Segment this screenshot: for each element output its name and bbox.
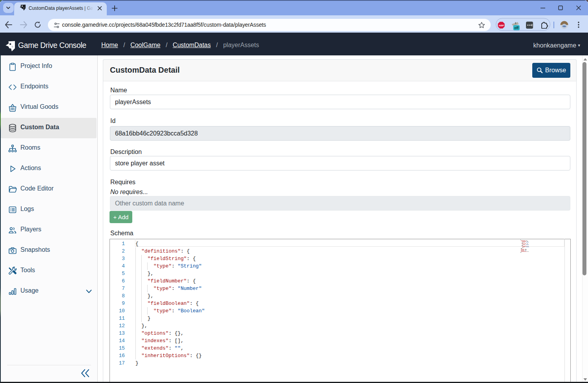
svg-text:ABP: ABP (499, 24, 504, 27)
svg-text:off: off (514, 26, 519, 30)
